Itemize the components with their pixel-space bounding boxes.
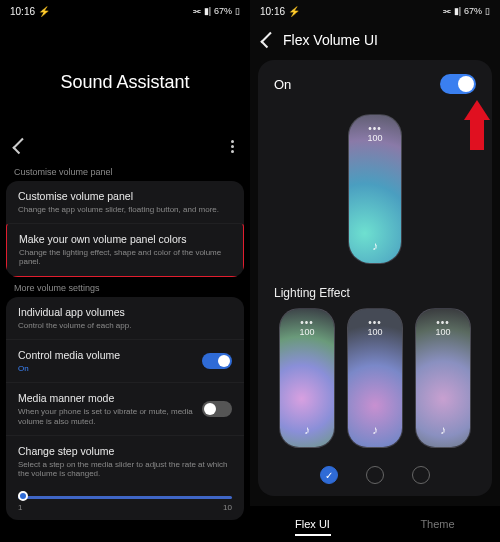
music-note-icon: ♪ [280, 423, 334, 437]
row-title: Customise volume panel [18, 190, 232, 203]
row-sub: On [18, 364, 194, 374]
row-customise-panel[interactable]: Customise volume panel Change the app vo… [6, 181, 244, 223]
row-control-media[interactable]: Control media volume On [6, 339, 244, 382]
card-customise: Customise volume panel Change the app vo… [6, 181, 244, 277]
wifi-icon: ⫘ [192, 6, 201, 16]
radio-option-3[interactable] [412, 466, 430, 484]
status-indicator-icon: ⚡ [288, 6, 300, 17]
row-onoff[interactable]: On [258, 60, 492, 108]
lighting-option-2[interactable]: ••• 100 ♪ [347, 308, 403, 448]
volume-value: 100 [348, 327, 402, 337]
battery-percent: 67% [464, 6, 482, 16]
toggle-control-media[interactable] [202, 353, 232, 369]
card-main: On ••• 100 ♪ Lighting Effect ••• 100 ♪ •… [258, 60, 492, 496]
signal-icon: ▮| [454, 6, 461, 16]
nav-row [0, 139, 250, 153]
screen-sound-assistant: 10:16 ⚡ ⫘ ▮| 67% ▯ Sound Assistant Custo… [0, 0, 250, 542]
status-time: 10:16 [260, 6, 285, 17]
row-title: Individual app volumes [18, 306, 232, 319]
row-sub: When your phone is set to vibrate or mut… [18, 407, 194, 426]
row-individual-volumes[interactable]: Individual app volumes Control the volum… [6, 297, 244, 339]
status-time: 10:16 [10, 6, 35, 17]
back-icon[interactable] [260, 32, 276, 48]
option-selector [258, 460, 492, 496]
volume-value: 100 [349, 133, 401, 143]
section-label-customise: Customise volume panel [0, 167, 250, 181]
lighting-option-1[interactable]: ••• 100 ♪ [279, 308, 335, 448]
volume-value: 100 [280, 327, 334, 337]
preview-area: ••• 100 ♪ [258, 108, 492, 282]
onoff-label: On [274, 77, 291, 92]
row-change-step[interactable]: Change step volume Select a step on the … [6, 435, 244, 488]
bottom-tabs: Flex UI Theme [250, 506, 500, 542]
toggle-manner-mode[interactable] [202, 401, 232, 417]
back-icon[interactable] [12, 138, 28, 154]
radio-option-2[interactable] [366, 466, 384, 484]
row-sub: Control the volume of each app. [18, 321, 232, 331]
page-title: Flex Volume UI [283, 32, 378, 48]
status-indicator-icon: ⚡ [38, 6, 50, 17]
screen-flex-volume: 10:16 ⚡ ⫘ ▮| 67% ▯ Flex Volume UI On •••… [250, 0, 500, 542]
row-sub: Select a step on the media slider to adj… [18, 460, 232, 479]
section-lighting-effect: Lighting Effect [258, 282, 492, 308]
slider-step-volume[interactable]: 1 10 [6, 488, 244, 520]
more-icon[interactable] [231, 140, 234, 153]
lighting-options: ••• 100 ♪ ••• 100 ♪ ••• 100 ♪ [258, 308, 492, 460]
tab-theme[interactable]: Theme [375, 506, 500, 542]
row-sub: Change the app volume slider, floating b… [18, 205, 232, 215]
music-note-icon: ♪ [348, 423, 402, 437]
toggle-flex-ui[interactable] [440, 74, 476, 94]
wifi-icon: ⫘ [442, 6, 451, 16]
row-volume-colors[interactable]: Make your own volume panel colors Change… [6, 223, 244, 277]
signal-icon: ▮| [204, 6, 211, 16]
battery-icon: ▯ [235, 6, 240, 16]
lighting-option-3[interactable]: ••• 100 ♪ [415, 308, 471, 448]
row-title: Make your own volume panel colors [19, 233, 231, 246]
music-note-icon: ♪ [416, 423, 470, 437]
status-bar: 10:16 ⚡ ⫘ ▮| 67% ▯ [0, 0, 250, 22]
header: Flex Volume UI [250, 22, 500, 60]
status-bar: 10:16 ⚡ ⫘ ▮| 67% ▯ [250, 0, 500, 22]
battery-percent: 67% [214, 6, 232, 16]
row-title: Media manner mode [18, 392, 194, 405]
row-title: Control media volume [18, 349, 194, 362]
row-sub: Change the lighting effect, shape and co… [19, 248, 231, 267]
row-title: Change step volume [18, 445, 232, 458]
battery-icon: ▯ [485, 6, 490, 16]
page-title: Sound Assistant [0, 22, 250, 133]
music-note-icon: ♪ [349, 239, 401, 253]
radio-option-1[interactable] [320, 466, 338, 484]
annotation-arrow [464, 100, 490, 150]
section-label-more: More volume settings [0, 283, 250, 297]
slider-thumb[interactable] [18, 491, 28, 501]
volume-panel-preview: ••• 100 ♪ [348, 114, 402, 264]
row-manner-mode[interactable]: Media manner mode When your phone is set… [6, 382, 244, 435]
slider-max: 10 [223, 503, 232, 512]
tab-flex-ui[interactable]: Flex UI [250, 506, 375, 542]
slider-min: 1 [18, 503, 22, 512]
card-more-settings: Individual app volumes Control the volum… [6, 297, 244, 520]
volume-value: 100 [416, 327, 470, 337]
